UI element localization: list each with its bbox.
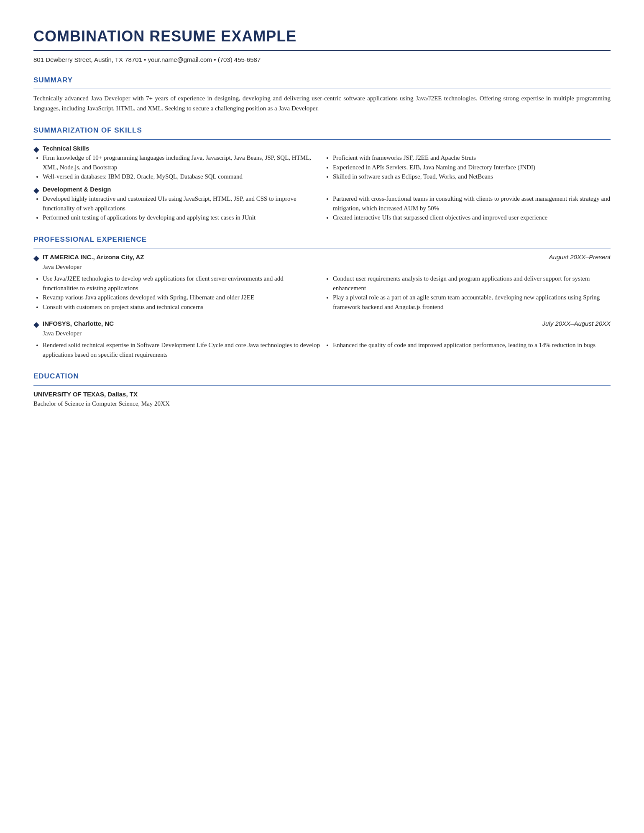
design-skills-columns: Developed highly interactive and customi…	[43, 194, 611, 222]
list-item: Play a pivotal role as a part of an agil…	[333, 293, 611, 312]
contact-info: 801 Dewberry Street, Austin, TX 78701 • …	[33, 55, 611, 65]
diamond-icon-job1: ◆	[33, 253, 39, 263]
summary-title: SUMMARY	[33, 75, 611, 86]
skills-category-design: ◆ Development & Design Developed highly …	[33, 185, 611, 222]
resume-page: COMBINATION RESUME EXAMPLE 801 Dewberry …	[0, 0, 644, 833]
list-item: Well-versed in databases: IBM DB2, Oracl…	[43, 172, 320, 181]
list-item: Experienced in APIs Servlets, EJB, Java …	[333, 163, 611, 172]
design-skills-label: Development & Design	[43, 185, 611, 194]
list-item: Revamp various Java applications develop…	[43, 293, 320, 302]
skills-section: SUMMARIZATION OF SKILLS ◆ Technical Skil…	[33, 125, 611, 222]
job-block-1: ◆ IT AMERICA INC., Arizona City, AZ Augu…	[33, 253, 611, 312]
skills-title: SUMMARIZATION OF SKILLS	[33, 125, 611, 136]
technical-skills-label: Technical Skills	[43, 144, 611, 153]
list-item: Partnered with cross-functional teams in…	[333, 194, 611, 213]
skills-category-technical: ◆ Technical Skills Firm knowledge of 10+…	[33, 144, 611, 181]
summary-text: Technically advanced Java Developer with…	[33, 93, 611, 113]
list-item: Rendered solid technical expertise in So…	[43, 340, 320, 359]
list-item: Consult with customers on project status…	[43, 302, 320, 312]
job2-bullets-cols: Rendered solid technical expertise in So…	[43, 340, 611, 359]
edu-school: UNIVERSITY OF TEXAS, Dallas, TX	[33, 390, 611, 399]
list-item: Enhanced the quality of code and improve…	[333, 340, 611, 350]
experience-divider	[33, 248, 611, 248]
summary-divider	[33, 89, 611, 89]
job1-title: Java Developer	[43, 262, 611, 272]
job2-header: INFOSYS, Charlotte, NC July 20XX–August …	[43, 319, 611, 329]
job1-header: IT AMERICA INC., Arizona City, AZ August…	[43, 253, 611, 262]
job2-right-list: Enhanced the quality of code and improve…	[333, 340, 611, 350]
job1-right-bullets: Conduct user requirements analysis to de…	[320, 274, 611, 312]
job1-company: IT AMERICA INC., Arizona City, AZ	[43, 253, 144, 262]
design-skills-left: Developed highly interactive and customi…	[43, 194, 320, 222]
education-divider	[33, 385, 611, 386]
job2-left-bullets: Rendered solid technical expertise in So…	[43, 340, 320, 359]
resume-title: COMBINATION RESUME EXAMPLE	[33, 25, 611, 48]
technical-left-list: Firm knowledge of 10+ programming langua…	[43, 153, 320, 181]
technical-skills-left: Firm knowledge of 10+ programming langua…	[43, 153, 320, 181]
list-item: Conduct user requirements analysis to de…	[333, 274, 611, 293]
list-item: Skilled in software such as Eclipse, Toa…	[333, 172, 611, 181]
skills-divider	[33, 139, 611, 140]
job2-left-list: Rendered solid technical expertise in So…	[43, 340, 320, 359]
job2-company: INFOSYS, Charlotte, NC	[43, 319, 114, 329]
design-skills-right: Partnered with cross-functional teams in…	[320, 194, 611, 222]
experience-title: PROFESSIONAL EXPERIENCE	[33, 234, 611, 245]
list-item: Performed unit testing of applications b…	[43, 213, 320, 222]
design-left-list: Developed highly interactive and customi…	[43, 194, 320, 222]
job1-left-list: Use Java/J2EE technologies to develop we…	[43, 274, 320, 312]
summary-section: SUMMARY Technically advanced Java Develo…	[33, 75, 611, 114]
job2-title: Java Developer	[43, 329, 611, 338]
list-item: Developed highly interactive and customi…	[43, 194, 320, 213]
education-section: EDUCATION UNIVERSITY OF TEXAS, Dallas, T…	[33, 371, 611, 409]
list-item: Use Java/J2EE technologies to develop we…	[43, 274, 320, 293]
list-item: Proficient with frameworks JSF, J2EE and…	[333, 153, 611, 163]
header-divider	[33, 50, 611, 51]
experience-section: PROFESSIONAL EXPERIENCE ◆ IT AMERICA INC…	[33, 234, 611, 360]
list-item: Created interactive UIs that surpassed c…	[333, 213, 611, 222]
job1-bullets-cols: Use Java/J2EE technologies to develop we…	[43, 274, 611, 312]
edu-degree: Bachelor of Science in Computer Science,…	[33, 399, 611, 409]
job2-right-bullets: Enhanced the quality of code and improve…	[320, 340, 611, 359]
job1-right-list: Conduct user requirements analysis to de…	[333, 274, 611, 312]
design-right-list: Partnered with cross-functional teams in…	[333, 194, 611, 222]
job2-date: July 20XX–August 20XX	[534, 319, 611, 329]
job1-left-bullets: Use Java/J2EE technologies to develop we…	[43, 274, 320, 312]
technical-right-list: Proficient with frameworks JSF, J2EE and…	[333, 153, 611, 181]
job-block-2: ◆ INFOSYS, Charlotte, NC July 20XX–Augus…	[33, 319, 611, 359]
job1-date: August 20XX–Present	[540, 253, 611, 262]
list-item: Firm knowledge of 10+ programming langua…	[43, 153, 320, 172]
diamond-icon-job2: ◆	[33, 319, 39, 330]
education-title: EDUCATION	[33, 371, 611, 382]
technical-skills-right: Proficient with frameworks JSF, J2EE and…	[320, 153, 611, 181]
technical-skills-columns: Firm knowledge of 10+ programming langua…	[43, 153, 611, 181]
